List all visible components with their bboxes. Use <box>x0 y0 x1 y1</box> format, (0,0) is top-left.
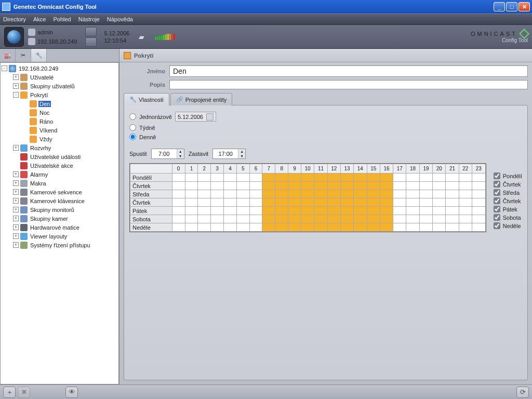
schedule-cell[interactable] <box>419 215 432 223</box>
schedule-cell[interactable] <box>275 182 288 190</box>
schedule-cell[interactable] <box>249 190 262 198</box>
schedule-cell[interactable] <box>367 215 380 223</box>
schedule-cell[interactable] <box>327 190 340 198</box>
schedule-cell[interactable] <box>172 207 185 215</box>
schedule-cell[interactable] <box>211 174 224 182</box>
schedule-cell[interactable] <box>433 174 446 182</box>
schedule-cell[interactable] <box>236 207 249 215</box>
tab-linked-entities[interactable]: 🔗Propojené entity <box>170 93 233 105</box>
expand-toggle[interactable]: + <box>13 180 19 186</box>
schedule-cell[interactable] <box>172 198 185 207</box>
schedule-cell[interactable] <box>459 182 472 190</box>
expand-toggle[interactable]: + <box>13 216 19 221</box>
schedule-cell[interactable] <box>275 215 288 223</box>
schedule-cell[interactable] <box>459 223 472 232</box>
schedule-cell[interactable] <box>275 223 288 232</box>
schedule-cell[interactable] <box>249 223 262 232</box>
toolbar-button-1[interactable] <box>85 27 97 36</box>
schedule-cell[interactable] <box>288 182 301 190</box>
schedule-cell[interactable] <box>185 207 198 215</box>
schedule-cell[interactable] <box>393 207 406 215</box>
side-tab-2[interactable]: ✂ <box>16 49 31 62</box>
schedule-cell[interactable] <box>419 182 432 190</box>
schedule-cell[interactable] <box>314 174 327 182</box>
expand-toggle[interactable]: + <box>13 74 19 80</box>
schedule-cell[interactable] <box>236 223 249 232</box>
schedule-cell[interactable] <box>367 207 380 215</box>
schedule-cell[interactable] <box>340 198 353 207</box>
start-time-spinner[interactable]: ▲▼ <box>151 149 184 159</box>
schedule-cell[interactable] <box>314 182 327 190</box>
schedule-cell[interactable] <box>249 207 262 215</box>
schedule-cell[interactable] <box>446 223 459 232</box>
schedule-cell[interactable] <box>314 215 327 223</box>
schedule-cell[interactable] <box>185 215 198 223</box>
menu-napoveda[interactable]: Nápověda <box>107 16 133 22</box>
schedule-cell[interactable] <box>327 215 340 223</box>
schedule-cell[interactable] <box>262 182 275 190</box>
nav-tree[interactable]: -192.168.20.249+Uživatelé+Skupiny uživat… <box>0 62 119 384</box>
schedule-cell[interactable] <box>393 182 406 190</box>
expand-toggle[interactable]: + <box>13 83 19 89</box>
tree-item[interactable]: +Skupiny monitorů <box>1 205 118 214</box>
schedule-cell[interactable] <box>211 215 224 223</box>
schedule-cell[interactable] <box>198 174 211 182</box>
schedule-cell[interactable] <box>198 223 211 232</box>
schedule-cell[interactable] <box>340 182 353 190</box>
schedule-cell[interactable] <box>314 190 327 198</box>
schedule-cell[interactable] <box>314 223 327 232</box>
day-checkbox[interactable]: Čtvrtek <box>494 197 522 204</box>
tree-item[interactable]: +Uživatelé <box>1 73 118 82</box>
schedule-cell[interactable] <box>446 207 459 215</box>
schedule-cell[interactable] <box>172 182 185 190</box>
schedule-cell[interactable] <box>288 215 301 223</box>
schedule-cell[interactable] <box>224 174 237 182</box>
schedule-cell[interactable] <box>198 182 211 190</box>
schedule-cell[interactable] <box>288 207 301 215</box>
tree-item[interactable]: Vždy <box>1 135 118 143</box>
schedule-cell[interactable] <box>406 215 419 223</box>
schedule-cell[interactable] <box>314 198 327 207</box>
day-checkbox-input[interactable] <box>494 197 500 204</box>
schedule-cell[interactable] <box>275 198 288 207</box>
schedule-cell[interactable] <box>211 207 224 215</box>
schedule-cell[interactable] <box>262 215 275 223</box>
expand-toggle[interactable]: + <box>13 189 19 195</box>
schedule-cell[interactable] <box>354 190 367 198</box>
schedule-cell[interactable] <box>262 207 275 215</box>
schedule-cell[interactable] <box>262 190 275 198</box>
tree-item[interactable]: Uživatelské akce <box>1 161 118 170</box>
schedule-cell[interactable] <box>406 198 419 207</box>
spin-up-icon[interactable]: ▲ <box>177 149 184 154</box>
schedule-cell[interactable] <box>262 198 275 207</box>
schedule-cell[interactable] <box>262 174 275 182</box>
schedule-cell[interactable] <box>172 215 185 223</box>
schedule-cell[interactable] <box>236 182 249 190</box>
schedule-cell[interactable] <box>472 182 486 190</box>
schedule-cell[interactable] <box>288 190 301 198</box>
start-time-input[interactable] <box>152 149 177 158</box>
schedule-cell[interactable] <box>172 223 185 232</box>
day-checkbox-input[interactable] <box>494 189 500 196</box>
day-checkbox-input[interactable] <box>494 206 500 212</box>
schedule-cell[interactable] <box>224 215 237 223</box>
schedule-cell[interactable] <box>340 207 353 215</box>
schedule-cell[interactable] <box>185 190 198 198</box>
spin-down-icon[interactable]: ▼ <box>238 154 245 158</box>
schedule-cell[interactable] <box>406 190 419 198</box>
schedule-cell[interactable] <box>433 223 446 232</box>
schedule-cell[interactable] <box>185 223 198 232</box>
schedule-cell[interactable] <box>472 198 486 207</box>
schedule-cell[interactable] <box>472 215 486 223</box>
close-button[interactable]: ✕ <box>518 2 530 11</box>
schedule-cell[interactable] <box>419 207 432 215</box>
schedule-cell[interactable] <box>380 198 393 207</box>
stop-time-spinner[interactable]: ▲▼ <box>212 149 246 159</box>
day-checkbox[interactable]: Neděle <box>494 222 522 229</box>
schedule-cell[interactable] <box>406 182 419 190</box>
schedule-cell[interactable] <box>327 198 340 207</box>
schedule-cell[interactable] <box>236 215 249 223</box>
add-button[interactable]: ＋ <box>3 387 16 398</box>
expand-toggle[interactable]: + <box>13 242 19 248</box>
maximize-button[interactable]: □ <box>506 2 517 11</box>
